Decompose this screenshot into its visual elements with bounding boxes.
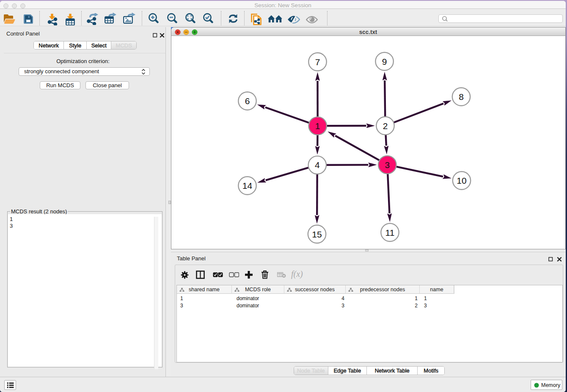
svg-text:7: 7 (315, 57, 320, 67)
svg-text:14: 14 (242, 181, 253, 190)
svg-text:2: 2 (383, 121, 388, 131)
svg-text:6: 6 (245, 96, 250, 106)
svg-text:8: 8 (459, 92, 464, 102)
svg-text:11: 11 (385, 228, 395, 237)
svg-text:9: 9 (382, 57, 387, 66)
svg-text:4: 4 (315, 160, 320, 170)
svg-text:3: 3 (385, 160, 390, 170)
svg-text:15: 15 (312, 229, 322, 239)
svg-text:10: 10 (457, 176, 466, 185)
svg-text:1: 1 (315, 121, 320, 131)
